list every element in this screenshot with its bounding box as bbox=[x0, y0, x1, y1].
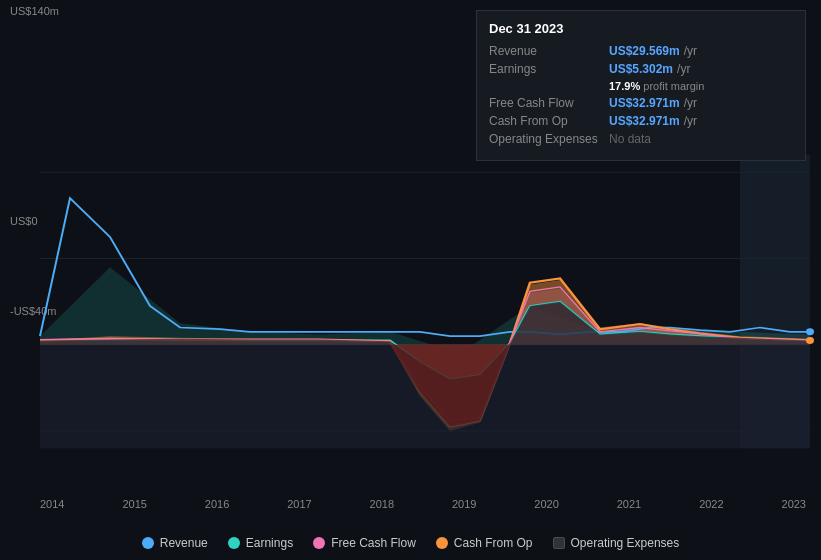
profit-margin-row: 17.9% profit margin bbox=[609, 80, 793, 92]
fcf-unit: /yr bbox=[684, 96, 697, 110]
earnings-label: Earnings bbox=[489, 62, 609, 76]
earnings-unit: /yr bbox=[677, 62, 690, 76]
opex-dot bbox=[553, 537, 565, 549]
fcf-value: US$32.971m bbox=[609, 96, 680, 110]
opex-label: Operating Expenses bbox=[489, 132, 609, 146]
x-label-2019: 2019 bbox=[452, 498, 476, 510]
x-label-2017: 2017 bbox=[287, 498, 311, 510]
fcf-dot bbox=[313, 537, 325, 549]
x-label-2020: 2020 bbox=[534, 498, 558, 510]
legend-earnings-label: Earnings bbox=[246, 536, 293, 550]
svg-point-6 bbox=[806, 337, 814, 344]
chart-legend: Revenue Earnings Free Cash Flow Cash Fro… bbox=[0, 536, 821, 550]
revenue-dot bbox=[142, 537, 154, 549]
earnings-row: Earnings US$5.302m /yr bbox=[489, 62, 793, 76]
legend-revenue-label: Revenue bbox=[160, 536, 208, 550]
legend-cashfromop[interactable]: Cash From Op bbox=[436, 536, 533, 550]
cashfromop-label: Cash From Op bbox=[489, 114, 609, 128]
cashfromop-row: Cash From Op US$32.971m /yr bbox=[489, 114, 793, 128]
x-label-2016: 2016 bbox=[205, 498, 229, 510]
x-label-2021: 2021 bbox=[617, 498, 641, 510]
legend-revenue[interactable]: Revenue bbox=[142, 536, 208, 550]
chart-svg bbox=[0, 155, 821, 500]
revenue-label: Revenue bbox=[489, 44, 609, 58]
x-label-2022: 2022 bbox=[699, 498, 723, 510]
cashfromop-unit: /yr bbox=[684, 114, 697, 128]
opex-value: No data bbox=[609, 132, 651, 146]
revenue-unit: /yr bbox=[684, 44, 697, 58]
revenue-row: Revenue US$29.569m /yr bbox=[489, 44, 793, 58]
profit-margin-label: profit margin bbox=[643, 80, 704, 92]
legend-opex[interactable]: Operating Expenses bbox=[553, 536, 680, 550]
card-title: Dec 31 2023 bbox=[489, 21, 793, 36]
info-card: Dec 31 2023 Revenue US$29.569m /yr Earni… bbox=[476, 10, 806, 161]
revenue-value: US$29.569m bbox=[609, 44, 680, 58]
earnings-value: US$5.302m bbox=[609, 62, 673, 76]
legend-opex-label: Operating Expenses bbox=[571, 536, 680, 550]
y-label-top: US$140m bbox=[10, 5, 59, 17]
x-label-2023: 2023 bbox=[782, 498, 806, 510]
x-label-2014: 2014 bbox=[40, 498, 64, 510]
svg-point-5 bbox=[806, 328, 814, 335]
x-axis: 2014 2015 2016 2017 2018 2019 2020 2021 … bbox=[40, 498, 821, 510]
profit-pct: 17.9% bbox=[609, 80, 640, 92]
cashfromop-dot bbox=[436, 537, 448, 549]
x-label-2015: 2015 bbox=[122, 498, 146, 510]
cashfromop-value: US$32.971m bbox=[609, 114, 680, 128]
x-label-2018: 2018 bbox=[370, 498, 394, 510]
fcf-label: Free Cash Flow bbox=[489, 96, 609, 110]
legend-fcf-label: Free Cash Flow bbox=[331, 536, 416, 550]
legend-cashfromop-label: Cash From Op bbox=[454, 536, 533, 550]
legend-fcf[interactable]: Free Cash Flow bbox=[313, 536, 416, 550]
legend-earnings[interactable]: Earnings bbox=[228, 536, 293, 550]
opex-row: Operating Expenses No data bbox=[489, 132, 793, 146]
earnings-dot bbox=[228, 537, 240, 549]
fcf-row: Free Cash Flow US$32.971m /yr bbox=[489, 96, 793, 110]
